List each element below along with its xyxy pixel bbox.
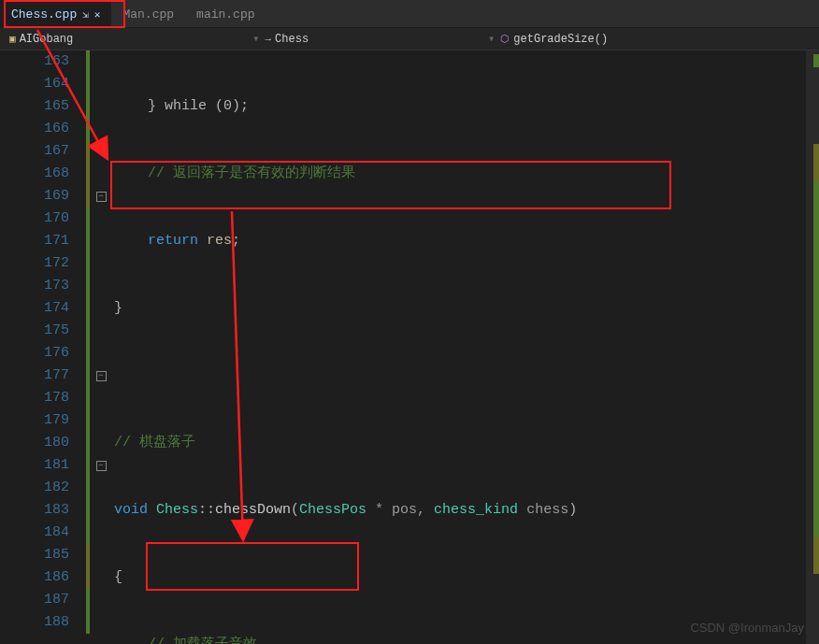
scroll-marker [813, 54, 819, 67]
tab-chess-cpp[interactable]: Chess.cpp ⇲ ✕ [0, 0, 111, 28]
code-line: // 棋盘落子 [114, 435, 195, 451]
arrow-icon: → [265, 34, 271, 45]
breadcrumb: ▣ AIGobang ▾ → Chess ▾ ⬡ getGradeSize() [0, 28, 819, 50]
code-line: // 加载落子音效 [114, 637, 257, 644]
code-line: // 返回落子是否有效的判断结果 [114, 165, 355, 181]
code-line [114, 365, 819, 387]
code-line: } [114, 300, 122, 316]
fold-toggle[interactable]: − [96, 192, 107, 202]
scrollbar[interactable] [806, 50, 819, 644]
tab-label: Chess.cpp [11, 7, 77, 21]
chevron-down-icon[interactable]: ▾ [252, 32, 259, 46]
tab-main-cpp[interactable]: main.cpp [185, 0, 266, 28]
nav-func-label: getGradeSize() [513, 33, 608, 46]
fold-toggle[interactable]: − [96, 371, 107, 381]
project-icon: ▣ [9, 33, 16, 45]
fold-column: −−− [92, 50, 110, 644]
code-line: } while (0); [114, 98, 249, 114]
code-area[interactable]: } while (0); // 返回落子是否有效的判断结果 return res… [110, 50, 819, 644]
type: Chess [156, 502, 198, 518]
method-icon: ⬡ [500, 33, 510, 45]
chevron-down-icon[interactable]: ▾ [488, 32, 495, 46]
tab-label: main.cpp [196, 7, 254, 21]
kw: void [114, 502, 156, 518]
line-number-gutter: 1631641651661671681691701711721731741751… [0, 50, 86, 644]
nav-project-label: AIGobang [20, 33, 74, 46]
scroll-marker [813, 537, 819, 574]
tab-man-cpp[interactable]: Man.cpp [111, 0, 185, 28]
pin-icon[interactable]: ⇲ [82, 8, 89, 21]
nav-project[interactable]: ▣ AIGobang [6, 33, 82, 46]
close-icon[interactable]: ✕ [94, 8, 101, 21]
tab-bar: Chess.cpp ⇲ ✕ Man.cpp main.cpp [0, 0, 819, 28]
code-editor[interactable]: 1631641651661671681691701711721731741751… [0, 50, 819, 644]
scroll-marker [813, 144, 819, 181]
fold-toggle[interactable]: − [96, 461, 107, 471]
watermark: CSDN @IronmanJay [690, 621, 804, 635]
nav-class[interactable]: → Chess [261, 33, 318, 46]
code-line: { [114, 569, 122, 585]
scroll-marker [813, 181, 819, 537]
tab-label: Man.cpp [122, 7, 174, 21]
nav-function[interactable]: ⬡ getGradeSize() [496, 33, 617, 46]
nav-class-label: Chess [275, 33, 309, 46]
